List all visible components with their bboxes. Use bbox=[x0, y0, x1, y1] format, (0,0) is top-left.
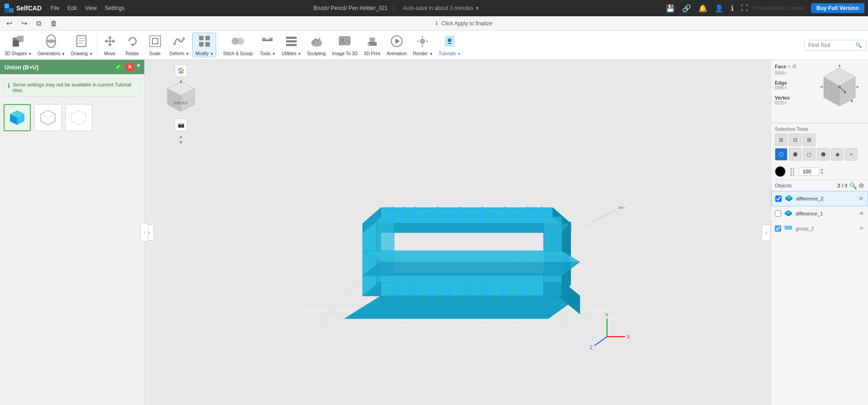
tool-3d-print[interactable]: 3D Print bbox=[361, 33, 383, 57]
nav-up-arrow[interactable]: ▲ bbox=[179, 134, 183, 139]
save-icon[interactable]: 💾 bbox=[664, 2, 677, 14]
objects-settings-button[interactable]: ⚙ bbox=[859, 182, 864, 189]
tool-tutorials[interactable]: Tutorials ▾ bbox=[436, 33, 463, 57]
3d-print-icon bbox=[365, 34, 379, 50]
main-layout: Union (B+U) ✓ ✕ ▾ ℹ Some settings may no… bbox=[0, 60, 868, 405]
fullscreen-icon[interactable]: ⛶ bbox=[739, 2, 750, 14]
sel-button-6[interactable]: ▪ bbox=[845, 148, 858, 161]
object-item-3[interactable]: group_2 👁 bbox=[771, 221, 868, 236]
object-1-checkbox[interactable] bbox=[775, 195, 782, 202]
viewport-right-collapse[interactable]: › bbox=[762, 224, 771, 241]
find-tool-container: 🔍 bbox=[804, 40, 866, 51]
sel-button-3[interactable]: ◻ bbox=[803, 148, 816, 161]
objects-search-button[interactable]: 🔍 bbox=[849, 182, 857, 189]
color-swatch[interactable] bbox=[775, 166, 786, 177]
info-icon[interactable]: ℹ bbox=[729, 2, 735, 14]
copy-button[interactable]: ⧉ bbox=[33, 19, 44, 29]
modify-icon bbox=[197, 34, 212, 50]
object-2-visibility[interactable]: 👁 bbox=[859, 210, 864, 217]
menu-file[interactable]: File bbox=[47, 3, 63, 13]
svg-marker-41 bbox=[395, 38, 400, 44]
svg-rect-30 bbox=[269, 38, 273, 39]
object-item-1[interactable]: difference_2 👁 bbox=[771, 191, 868, 206]
mesh-display-icon[interactable]: ⣿ bbox=[789, 167, 795, 176]
sel-button-5[interactable]: ◆ bbox=[831, 148, 844, 161]
objects-list: difference_2 👁 difference_1 👁 bbox=[771, 191, 868, 405]
svg-marker-167 bbox=[857, 86, 859, 88]
opacity-field[interactable] bbox=[799, 167, 819, 176]
object-1-visibility[interactable]: 👁 bbox=[859, 195, 864, 202]
svg-rect-32 bbox=[286, 40, 297, 43]
tool-rotate[interactable]: Rotate bbox=[122, 33, 143, 57]
3d-cube-navigator[interactable] bbox=[815, 63, 864, 119]
left-panel-collapse-button[interactable]: ‹ bbox=[140, 224, 148, 242]
tool-deform[interactable]: Deform ▾ bbox=[167, 33, 192, 57]
viewport[interactable]: ‹ 🏠 FRONT bbox=[145, 60, 771, 405]
utilities-icon bbox=[284, 34, 299, 50]
sel-button-4[interactable]: ⬣ bbox=[817, 148, 830, 161]
svg-text:Z: Z bbox=[590, 345, 593, 350]
tool-move[interactable]: Move bbox=[99, 33, 121, 57]
tool-render[interactable]: Render ▾ bbox=[410, 33, 435, 57]
menu-edit[interactable]: Edit bbox=[64, 3, 81, 13]
sel-button-2[interactable]: ⬢ bbox=[789, 148, 802, 161]
panel-dropdown-arrow[interactable]: ▾ bbox=[137, 62, 140, 71]
camera-button[interactable]: 📷 bbox=[175, 119, 187, 131]
undo-button[interactable]: ↩ bbox=[4, 18, 15, 29]
tool-3d-shapes[interactable]: 3D Shapes ▾ bbox=[2, 33, 34, 57]
tool-stitch-scoop[interactable]: Stitch & Scoop bbox=[220, 33, 256, 57]
home-view-button[interactable]: 🏠 bbox=[175, 64, 187, 77]
nav-down-arrow[interactable]: ▼ bbox=[179, 140, 183, 145]
tool-modify[interactable]: Modify ▾ bbox=[192, 33, 216, 57]
delete-button[interactable]: 🗑 bbox=[47, 19, 60, 29]
user-icon[interactable]: 👤 bbox=[713, 2, 726, 14]
sel-extra-3[interactable]: ⊠ bbox=[803, 133, 816, 146]
svg-text:>>--: >>-- bbox=[618, 205, 626, 210]
svg-marker-55 bbox=[41, 110, 55, 118]
object-item-2[interactable]: difference_1 👁 bbox=[771, 206, 868, 221]
tool-utilities[interactable]: Utilities ▾ bbox=[279, 33, 304, 57]
sel-button-1[interactable]: ⬡ bbox=[775, 148, 787, 161]
rotate-icon bbox=[125, 34, 140, 50]
buy-button[interactable]: Buy Full Version bbox=[811, 3, 864, 13]
animation-label: Animation bbox=[387, 51, 407, 56]
find-tool-input[interactable] bbox=[808, 42, 854, 48]
svg-rect-1 bbox=[9, 8, 14, 13]
object-2-checkbox[interactable] bbox=[775, 210, 781, 217]
sel-extra-2[interactable]: ⊟ bbox=[789, 133, 802, 146]
chevron-left-icon: ‹ bbox=[143, 230, 145, 235]
svg-line-161 bbox=[598, 210, 616, 219]
share-icon[interactable]: 🔗 bbox=[680, 2, 693, 14]
redo-button[interactable]: ↪ bbox=[19, 18, 30, 29]
objects-actions: 🔍 ⚙ bbox=[849, 182, 864, 189]
object-1-name: difference_2 bbox=[796, 196, 856, 201]
tool-generators[interactable]: Generators ▾ bbox=[35, 33, 67, 57]
object-3-visibility[interactable]: 👁 bbox=[859, 225, 864, 232]
svg-marker-62 bbox=[180, 80, 182, 82]
svg-marker-92 bbox=[363, 221, 376, 296]
autosave-label: Auto-save in about 3 minutes bbox=[403, 5, 473, 11]
tool-scale[interactable]: Scale bbox=[144, 33, 166, 57]
shape-preview-3[interactable] bbox=[65, 104, 92, 131]
svg-text:FRONT: FRONT bbox=[174, 101, 188, 105]
svg-rect-5 bbox=[13, 40, 19, 47]
sel-extra-1[interactable]: ⊞ bbox=[775, 133, 787, 146]
scale-label: Scale bbox=[149, 51, 161, 56]
tool-tools[interactable]: Tools ▾ bbox=[256, 33, 278, 57]
face-dropdown-icon[interactable]: ▾ bbox=[788, 64, 790, 69]
bell-icon[interactable]: 🔔 bbox=[697, 2, 709, 14]
rotate-label: Rotate bbox=[126, 51, 139, 56]
object-3-checkbox[interactable] bbox=[775, 225, 781, 232]
panel-cancel-button[interactable]: ✕ bbox=[125, 62, 134, 71]
menu-view[interactable]: View bbox=[81, 3, 100, 13]
shape-preview-2[interactable] bbox=[34, 104, 62, 131]
tool-animation[interactable]: Animation bbox=[384, 33, 409, 57]
shape-preview-1[interactable] bbox=[4, 104, 31, 131]
tools-icon bbox=[260, 34, 275, 50]
tool-sculpting[interactable]: Sculpting bbox=[304, 33, 328, 57]
menu-settings[interactable]: Settings bbox=[101, 3, 128, 13]
panel-confirm-button[interactable]: ✓ bbox=[114, 62, 123, 71]
tool-image-to-3d[interactable]: Image To 3D bbox=[329, 33, 360, 57]
fev-settings-icon[interactable]: ⚙ bbox=[792, 63, 797, 70]
tool-drawing[interactable]: Drawing ▾ bbox=[68, 33, 95, 57]
